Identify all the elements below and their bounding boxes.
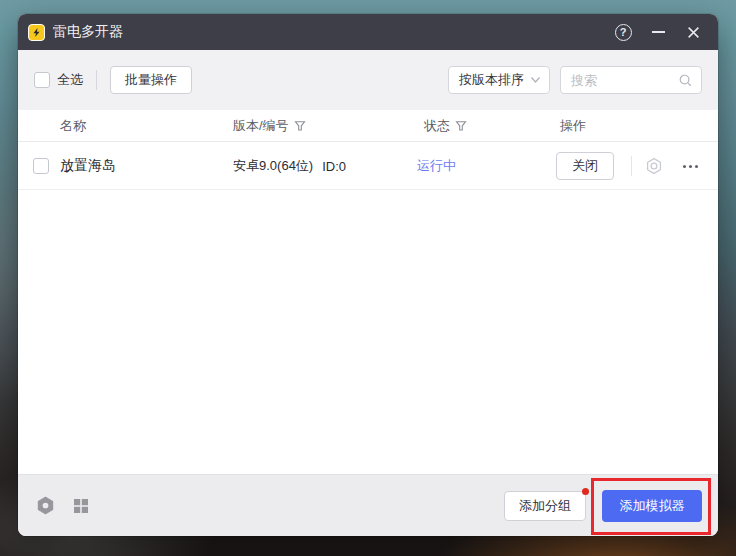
- row-actions-divider: [631, 156, 632, 176]
- footer-bar: 添加分组 添加模拟器: [18, 474, 718, 536]
- close-emulator-button[interactable]: 关闭: [556, 152, 614, 180]
- app-logo-lightning-icon: [28, 24, 45, 41]
- table-header: 名称 版本/编号 状态 操作: [18, 110, 718, 142]
- filter-funnel-icon[interactable]: [455, 120, 467, 132]
- close-icon: [687, 26, 700, 39]
- add-emulator-button[interactable]: 添加模拟器: [602, 490, 702, 522]
- select-all-checkbox[interactable]: [34, 72, 50, 88]
- notification-dot: [582, 488, 589, 495]
- emulator-version-cell: 安卓9.0(64位) ID:0: [233, 142, 346, 190]
- column-header-operation: 操作: [560, 110, 586, 142]
- row-checkbox[interactable]: [33, 158, 49, 174]
- column-header-name: 名称: [60, 110, 86, 142]
- emulator-name: 放置海岛: [60, 142, 116, 190]
- sort-dropdown-value: 按版本排序: [459, 71, 530, 89]
- batch-operation-button[interactable]: 批量操作: [110, 66, 192, 94]
- help-button[interactable]: ?: [610, 19, 636, 45]
- emulator-id: ID:0: [322, 159, 346, 174]
- emulator-settings-button[interactable]: [644, 156, 664, 176]
- chevron-down-icon: [530, 76, 541, 84]
- lightning-bolt-glyph: [31, 27, 42, 38]
- minimize-button[interactable]: [645, 19, 671, 45]
- toolbar: 全选 批量操作 按版本排序: [18, 50, 718, 110]
- close-button[interactable]: [680, 19, 706, 45]
- settings-nut-icon: [645, 157, 663, 175]
- app-window: 雷电多开器 ? 全选 批量操作 按版本排序: [18, 14, 718, 536]
- column-header-version: 版本/编号: [233, 110, 306, 142]
- grid-view-button[interactable]: [70, 495, 92, 517]
- help-icon: ?: [615, 24, 632, 41]
- column-header-status: 状态: [424, 110, 467, 142]
- search-input[interactable]: [563, 73, 678, 88]
- grid-icon: [73, 498, 89, 514]
- settings-nut-icon: [36, 496, 55, 515]
- more-options-button[interactable]: [678, 156, 702, 176]
- window-title: 雷电多开器: [53, 23, 123, 41]
- more-options-icon: [683, 165, 686, 168]
- emulator-version: 安卓9.0(64位): [233, 157, 313, 175]
- filter-funnel-icon[interactable]: [294, 120, 306, 132]
- search-box[interactable]: [560, 66, 702, 94]
- toolbar-divider: [96, 70, 97, 90]
- search-icon: [678, 73, 693, 88]
- add-group-button[interactable]: 添加分组: [504, 491, 586, 521]
- titlebar: 雷电多开器 ?: [18, 14, 718, 50]
- status-badge: 运行中: [417, 142, 456, 190]
- table-row: 放置海岛 安卓9.0(64位) ID:0 运行中 关闭: [18, 142, 718, 190]
- sort-dropdown[interactable]: 按版本排序: [448, 66, 550, 94]
- minimize-icon: [652, 31, 665, 33]
- table-empty-area: [18, 190, 718, 474]
- select-all-label: 全选: [57, 71, 83, 89]
- global-settings-button[interactable]: [34, 495, 56, 517]
